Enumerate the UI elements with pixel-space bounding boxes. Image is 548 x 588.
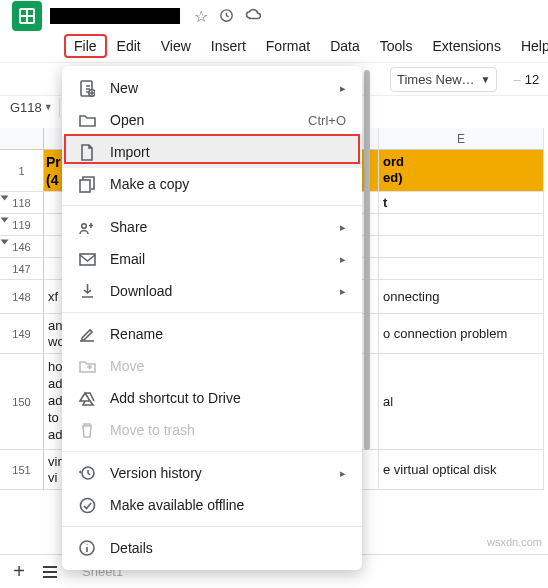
- menu-divider: [62, 451, 362, 452]
- menu-data[interactable]: Data: [320, 34, 370, 58]
- font-family-picker[interactable]: Times New… ▼: [390, 67, 497, 92]
- cell[interactable]: al: [379, 354, 544, 450]
- menu-item-label: Open: [110, 112, 294, 128]
- cell[interactable]: [379, 236, 544, 258]
- move-folder-icon: [78, 357, 96, 375]
- col-header-e[interactable]: E: [379, 128, 544, 150]
- new-doc-icon: [78, 79, 96, 97]
- info-icon: [78, 539, 96, 557]
- font-family-label: Times New…: [397, 72, 475, 87]
- copy-icon: [78, 175, 96, 193]
- menu-divider: [62, 312, 362, 313]
- menu-file[interactable]: File: [64, 34, 107, 58]
- import-icon: [78, 143, 96, 161]
- name-box[interactable]: G118 ▼: [4, 98, 60, 117]
- watermark: wsxdn.com: [487, 536, 542, 548]
- cell[interactable]: t: [379, 192, 544, 214]
- menu-item-label: Add shortcut to Drive: [110, 390, 346, 406]
- menu-item-add-shortcut[interactable]: Add shortcut to Drive: [62, 382, 362, 414]
- dropdown-scrollbar[interactable]: [364, 70, 370, 522]
- menu-item-offline[interactable]: Make available offline: [62, 489, 362, 521]
- menu-divider: [62, 526, 362, 527]
- submenu-arrow-icon: ▸: [340, 253, 346, 266]
- email-icon: [78, 250, 96, 268]
- trash-icon: [78, 421, 96, 439]
- add-sheet-button[interactable]: +: [6, 559, 32, 585]
- rename-icon: [78, 325, 96, 343]
- history-icon: [78, 464, 96, 482]
- row-header[interactable]: 147: [0, 258, 44, 280]
- menu-item-new[interactable]: New ▸: [62, 72, 362, 104]
- download-icon: [78, 282, 96, 300]
- doc-title[interactable]: [50, 8, 180, 24]
- svg-point-7: [80, 498, 94, 512]
- menu-tools[interactable]: Tools: [370, 34, 423, 58]
- menu-item-label: Import: [110, 144, 346, 160]
- all-sheets-button[interactable]: [42, 566, 58, 578]
- name-box-value: G118: [10, 100, 42, 115]
- share-icon: [78, 218, 96, 236]
- sheets-logo[interactable]: [12, 1, 42, 31]
- menu-edit[interactable]: Edit: [107, 34, 151, 58]
- chevron-down-icon: ▼: [481, 74, 491, 85]
- cell-header-left-clip[interactable]: Pr(4: [44, 150, 62, 192]
- menu-format[interactable]: Format: [256, 34, 320, 58]
- menu-item-label: Make a copy: [110, 176, 346, 192]
- submenu-arrow-icon: ▸: [340, 82, 346, 95]
- scrollbar-thumb[interactable]: [364, 70, 370, 450]
- move-folder-icon[interactable]: [218, 7, 235, 26]
- svg-rect-5: [80, 254, 95, 265]
- menu-item-shortcut: Ctrl+O: [308, 113, 346, 128]
- row-header[interactable]: 118: [0, 192, 44, 214]
- menu-item-move: Move: [62, 350, 362, 382]
- font-size-stepper[interactable]: – 12: [513, 72, 539, 87]
- menu-item-label: Email: [110, 251, 326, 267]
- menu-help[interactable]: Help: [511, 34, 548, 58]
- menu-item-share[interactable]: Share ▸: [62, 211, 362, 243]
- menu-item-label: Download: [110, 283, 326, 299]
- cell-text: ord: [383, 154, 404, 170]
- cell[interactable]: [379, 214, 544, 236]
- row-header[interactable]: 119: [0, 214, 44, 236]
- menu-item-label: Move to trash: [110, 422, 346, 438]
- submenu-arrow-icon: ▸: [340, 221, 346, 234]
- minus-icon[interactable]: –: [513, 72, 520, 87]
- menu-item-download[interactable]: Download ▸: [62, 275, 362, 307]
- submenu-arrow-icon: ▸: [340, 285, 346, 298]
- row-header[interactable]: 151: [0, 450, 44, 490]
- row-header[interactable]: 1: [0, 150, 44, 192]
- folder-open-icon: [78, 111, 96, 129]
- svg-point-4: [81, 223, 86, 228]
- menu-item-rename[interactable]: Rename: [62, 318, 362, 350]
- star-icon[interactable]: ☆: [194, 7, 208, 26]
- row-header[interactable]: 149: [0, 314, 44, 354]
- chevron-down-icon: ▼: [44, 102, 53, 112]
- cell[interactable]: onnecting: [379, 280, 544, 314]
- menu-item-version-history[interactable]: Version history ▸: [62, 457, 362, 489]
- menu-item-open[interactable]: Open Ctrl+O: [62, 104, 362, 136]
- menu-item-label: Make available offline: [110, 497, 346, 513]
- menu-item-label: Version history: [110, 465, 326, 481]
- row-header[interactable]: 146: [0, 236, 44, 258]
- cell[interactable]: o connection problem: [379, 314, 544, 354]
- cloud-icon[interactable]: [245, 7, 263, 26]
- menu-item-label: Details: [110, 540, 346, 556]
- menu-view[interactable]: View: [151, 34, 201, 58]
- cell[interactable]: e virtual optical disk: [379, 450, 544, 490]
- offline-icon: [78, 496, 96, 514]
- menu-divider: [62, 205, 362, 206]
- select-all-corner[interactable]: [0, 128, 44, 150]
- cell-text: ed): [383, 170, 403, 186]
- row-header[interactable]: 148: [0, 280, 44, 314]
- menu-insert[interactable]: Insert: [201, 34, 256, 58]
- row-header[interactable]: 150: [0, 354, 44, 450]
- menu-item-make-copy[interactable]: Make a copy: [62, 168, 362, 200]
- cell[interactable]: [379, 258, 544, 280]
- menu-item-email[interactable]: Email ▸: [62, 243, 362, 275]
- menu-item-import[interactable]: Import: [62, 136, 362, 168]
- cell-header-right[interactable]: ord ed): [379, 150, 544, 192]
- drive-shortcut-icon: [78, 389, 96, 407]
- menu-item-details[interactable]: Details: [62, 532, 362, 564]
- menu-extensions[interactable]: Extensions: [422, 34, 510, 58]
- submenu-arrow-icon: ▸: [340, 467, 346, 480]
